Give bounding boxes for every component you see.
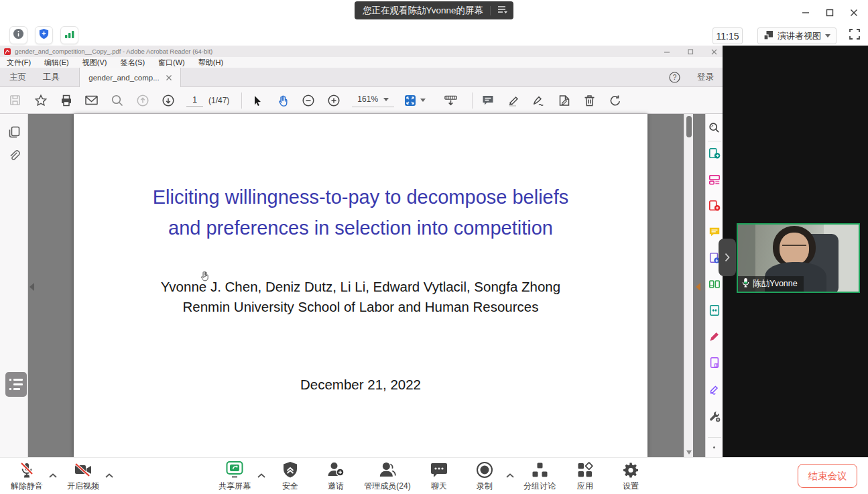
zoom-level-control[interactable]: 161%	[352, 93, 394, 107]
video-options-chevron[interactable]	[105, 469, 113, 481]
scrollbar-thumb[interactable]	[686, 116, 692, 137]
record-icon	[476, 461, 493, 479]
tab-home[interactable]: 主页	[9, 68, 26, 87]
banner-menu-icon[interactable]	[497, 5, 508, 17]
start-video-button[interactable]: 开启视频	[67, 461, 99, 492]
menu-file[interactable]: 文件(F)	[7, 58, 31, 68]
tab-tools[interactable]: 工具	[43, 68, 60, 87]
tab-close-icon[interactable]	[166, 74, 172, 82]
menu-edit[interactable]: 编辑(E)	[44, 58, 69, 68]
fit-page-button[interactable]	[404, 93, 426, 107]
sign-in-button[interactable]: 登录	[697, 68, 714, 87]
print-button[interactable]	[59, 93, 73, 107]
menu-window[interactable]: 窗口(W)	[158, 58, 185, 68]
comment-tool-button[interactable]	[481, 93, 495, 107]
minimize-button[interactable]	[798, 5, 813, 20]
select-tool-button[interactable]	[250, 93, 264, 107]
certificates-icon[interactable]	[708, 383, 721, 395]
record-button[interactable]: 录制	[476, 461, 493, 492]
unmute-button[interactable]: 解除静音	[11, 461, 43, 492]
acrobat-close-button[interactable]	[711, 46, 717, 58]
acrobat-toolbar: (1/47) 161%	[0, 87, 723, 114]
right-panel-collapse-icon[interactable]	[696, 283, 700, 291]
help-button[interactable]: ?	[669, 72, 680, 86]
share-screen-button[interactable]: 共享屏幕	[219, 461, 251, 492]
unmute-label: 解除静音	[11, 481, 43, 492]
zoom-level-value: 161%	[357, 95, 378, 104]
fill-sign-tool-button[interactable]	[532, 93, 546, 107]
breakout-rooms-button[interactable]: 分组讨论	[523, 461, 556, 492]
compress-pdf-icon[interactable]	[708, 304, 721, 316]
page-display-button[interactable]	[444, 93, 458, 107]
settings-button[interactable]: 设置	[623, 461, 639, 492]
chat-bubble-icon	[430, 461, 448, 479]
email-button[interactable]	[84, 93, 99, 107]
page-count-label: (1/47)	[208, 96, 229, 105]
meeting-info-button[interactable]	[9, 26, 27, 44]
share-screen-label: 共享屏幕	[219, 481, 251, 492]
left-panel-collapse-icon[interactable]	[29, 283, 34, 291]
page-thumbnails-icon[interactable]	[7, 125, 21, 141]
audio-options-chevron[interactable]	[49, 469, 57, 481]
next-page-button[interactable]	[161, 93, 175, 107]
find-button[interactable]	[110, 93, 124, 107]
stamp-tool-button[interactable]	[557, 93, 571, 107]
acrobat-restore-button[interactable]	[688, 46, 694, 58]
star-button[interactable]	[34, 93, 48, 107]
export-pdf-icon[interactable]	[708, 147, 721, 160]
hand-tool-button[interactable]	[275, 93, 290, 107]
invite-button[interactable]: 邀请	[327, 461, 345, 492]
end-meeting-button[interactable]: 结束会议	[798, 464, 857, 488]
edit-pdf-icon[interactable]	[708, 174, 721, 186]
video-panel-collapse-tab[interactable]	[719, 239, 736, 276]
share-options-chevron[interactable]	[257, 469, 265, 481]
highlight-tool-button[interactable]	[506, 93, 520, 107]
fill-and-sign-icon[interactable]	[708, 330, 721, 343]
close-button[interactable]	[847, 5, 861, 20]
view-mode-button[interactable]: 演讲者视图	[757, 27, 836, 44]
fullscreen-button[interactable]	[847, 27, 863, 44]
organize-pages-icon[interactable]	[708, 278, 721, 290]
tools-divider	[708, 437, 721, 438]
svg-text:?: ?	[673, 74, 677, 81]
slide-title-line1: Eliciting willingness-to-pay to decompos…	[74, 186, 647, 208]
document-scrollbar[interactable]	[684, 114, 693, 457]
meeting-security-button[interactable]	[35, 26, 53, 44]
acrobat-tabbar: 主页 工具 gender_and_comp... ? 登录	[0, 68, 723, 87]
security-button[interactable]: 安全	[282, 461, 298, 492]
acrobat-titlebar: gender_and_competition__Copy_.pdf - Adob…	[0, 46, 723, 57]
save-button[interactable]	[8, 93, 22, 107]
previous-page-button[interactable]	[135, 93, 149, 107]
menu-sign[interactable]: 签名(S)	[120, 58, 145, 68]
chat-button[interactable]: 聊天	[430, 461, 448, 492]
acrobat-minimize-button[interactable]	[664, 46, 670, 58]
zoom-in-button[interactable]	[326, 93, 340, 107]
delete-pages-button[interactable]	[582, 93, 597, 107]
maximize-button[interactable]	[822, 5, 837, 20]
tools-divider	[708, 141, 721, 141]
page-number-input[interactable]	[186, 95, 203, 107]
attachments-icon[interactable]	[7, 149, 21, 166]
create-pdf-icon[interactable]	[708, 200, 721, 212]
participant-video[interactable]: 陈劼Yvonne	[737, 223, 860, 293]
manage-members-button[interactable]: 管理成员(24)	[364, 461, 410, 492]
network-quality-button[interactable]	[60, 26, 78, 44]
page-thumbnails-overlay-button[interactable]	[5, 372, 27, 397]
comment-panel-icon[interactable]	[708, 226, 721, 238]
record-options-chevron[interactable]	[506, 469, 514, 481]
search-tools-icon[interactable]	[708, 122, 721, 134]
tab-document[interactable]: gender_and_comp...	[79, 68, 181, 87]
menu-help[interactable]: 帮助(H)	[198, 58, 223, 68]
view-mode-label: 演讲者视图	[778, 30, 821, 42]
microphone-active-icon	[742, 277, 749, 290]
apps-button[interactable]: 应用	[577, 461, 594, 492]
rotate-pages-button[interactable]	[608, 93, 622, 107]
view-mode-caret-icon	[825, 34, 830, 38]
acrobat-document-area: Eliciting willingness-to-pay to decompos…	[0, 114, 723, 457]
protect-pdf-icon[interactable]	[708, 357, 721, 369]
menu-view[interactable]: 视图(V)	[82, 58, 107, 68]
zoom-out-button[interactable]	[301, 93, 315, 107]
more-tools-icon[interactable]	[708, 410, 721, 422]
meeting-topbar: 您正在观看陈劼Yvonne的屏幕	[0, 0, 868, 24]
scrollbar-down-arrow[interactable]	[686, 450, 692, 454]
